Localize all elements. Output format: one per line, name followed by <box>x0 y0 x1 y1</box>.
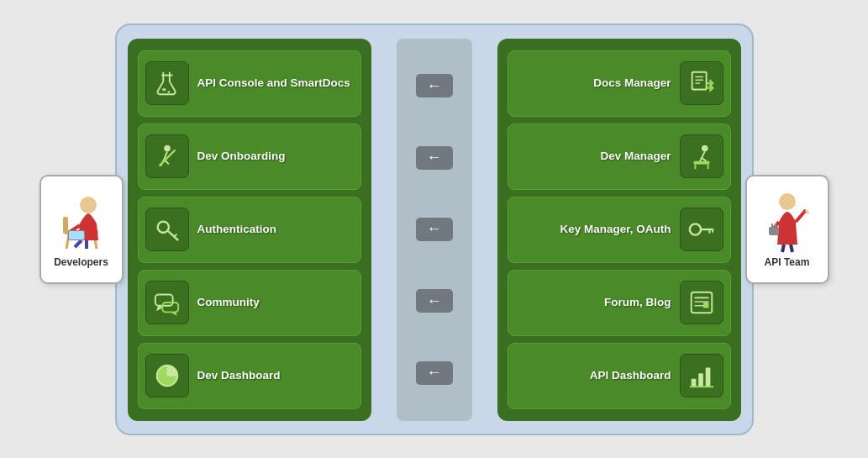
svg-point-47 <box>779 193 796 210</box>
row-label: Authentication <box>197 222 277 237</box>
arrow-3 <box>416 218 453 241</box>
key2-icon <box>680 208 723 251</box>
svg-line-55 <box>791 245 792 252</box>
arrow-2 <box>416 146 453 170</box>
flask-icon <box>145 61 189 105</box>
escalator-icon <box>145 134 189 178</box>
list-item: API Console and SmartDocs <box>138 50 361 117</box>
row-label: Community <box>197 295 260 310</box>
right-panel: Docs Manager Dev Manager <box>497 39 741 421</box>
pie-chart-icon <box>145 354 189 397</box>
developer-svg <box>56 190 107 253</box>
svg-rect-13 <box>692 72 706 90</box>
svg-rect-11 <box>162 303 178 312</box>
list-item: Dev Dashboard <box>138 343 361 409</box>
api-team-label: API Team <box>765 256 810 268</box>
svg-line-43 <box>75 240 82 247</box>
svg-rect-20 <box>693 161 709 165</box>
svg-rect-10 <box>155 295 172 306</box>
arrow-1 <box>416 74 453 97</box>
svg-point-7 <box>157 222 168 233</box>
svg-rect-51 <box>769 227 779 235</box>
list-item: Docs Manager <box>508 50 731 117</box>
row-label: Docs Manager <box>593 76 671 91</box>
svg-point-2 <box>167 91 170 93</box>
svg-rect-33 <box>698 373 703 387</box>
svg-point-3 <box>164 145 171 152</box>
key-icon <box>145 208 189 251</box>
blog-icon <box>680 281 723 324</box>
svg-line-8 <box>167 231 177 240</box>
svg-rect-32 <box>691 379 696 387</box>
row-label: API Dashboard <box>590 368 671 383</box>
list-item: Forum, Blog <box>508 270 731 336</box>
list-item: API Dashboard <box>508 343 731 409</box>
chat-icon <box>145 281 189 324</box>
svg-point-1 <box>161 88 166 92</box>
list-item: Dev Manager <box>508 124 731 190</box>
row-label: Forum, Blog <box>604 295 671 310</box>
middle-column <box>397 39 472 421</box>
developer-figure: Developers <box>39 175 124 284</box>
row-label: Dev Manager <box>600 149 671 164</box>
arrow-4 <box>416 289 453 313</box>
arrow-5 <box>416 361 453 385</box>
docs-icon <box>680 61 723 105</box>
svg-point-23 <box>689 224 700 234</box>
left-panel: API Console and SmartDocs Dev Onboarding <box>128 39 371 421</box>
svg-line-48 <box>796 210 806 222</box>
row-label: API Console and SmartDocs <box>197 76 350 91</box>
diagram-container: API Console and SmartDocs Dev Onboarding <box>31 15 838 444</box>
bar-chart-icon <box>680 354 723 397</box>
row-label: Dev Onboarding <box>197 149 286 164</box>
svg-point-19 <box>702 145 708 152</box>
list-item: Authentication <box>138 197 361 263</box>
svg-rect-31 <box>702 303 708 308</box>
person-desk-icon <box>680 134 723 178</box>
row-label: Dev Dashboard <box>197 368 281 383</box>
api-team-figure: API Team <box>745 175 829 284</box>
svg-point-40 <box>80 197 97 213</box>
svg-rect-39 <box>63 217 68 234</box>
list-item: Key Manager, OAuth <box>508 197 731 263</box>
row-label: Key Manager, OAuth <box>560 222 671 237</box>
svg-line-49 <box>806 210 808 213</box>
list-item: Dev Onboarding <box>138 124 361 190</box>
list-item: Community <box>138 270 361 336</box>
svg-line-9 <box>174 234 176 237</box>
svg-rect-27 <box>691 292 712 313</box>
developer-label: Developers <box>54 256 108 268</box>
svg-line-54 <box>782 245 784 252</box>
svg-rect-46 <box>69 231 84 240</box>
svg-rect-34 <box>705 368 710 387</box>
api-team-svg <box>762 190 813 253</box>
